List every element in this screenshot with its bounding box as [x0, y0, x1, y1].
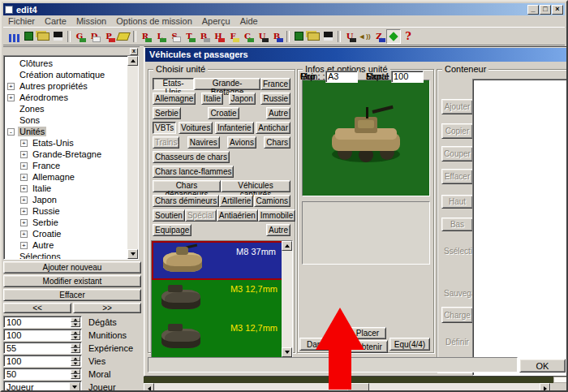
unit-list-item[interactable]: M8 37mm [152, 241, 292, 280]
field-input[interactable] [391, 71, 424, 83]
tree-item[interactable]: Création automatique [6, 69, 126, 80]
modify-existing-button[interactable]: Modifier existant [3, 275, 141, 287]
tree-item[interactable]: + Croatie [6, 228, 126, 239]
unit-filter-button[interactable]: France [260, 78, 290, 90]
tree-expander-icon[interactable]: + [7, 83, 15, 90]
minimize-button[interactable]: _ [527, 5, 539, 15]
tree-expander-icon[interactable]: + [20, 174, 28, 181]
container-button[interactable]: Effacer [441, 169, 473, 184]
unit-list-item[interactable]: M3 12,7mm [152, 319, 292, 358]
unit-filter-button[interactable]: Equipage [153, 224, 191, 236]
container-button[interactable]: Charge [441, 307, 473, 323]
tree-expander-icon[interactable]: + [7, 94, 15, 101]
close-button[interactable]: × [552, 5, 563, 15]
menu-item[interactable]: Mission [71, 15, 111, 27]
unit-filter-button[interactable]: Véhicules capturés [221, 180, 290, 192]
scroll-up-icon[interactable] [282, 241, 292, 251]
unit-list-scrollbar[interactable] [282, 241, 292, 357]
menu-item[interactable]: Aide [235, 15, 263, 27]
spinner-arrows[interactable] [71, 369, 80, 378]
panel-close-icon[interactable]: x [130, 48, 138, 55]
spinner-input[interactable]: 100 [3, 355, 82, 367]
tree-expander-icon[interactable]: + [20, 162, 28, 170]
unit-filter-button[interactable]: Chars dépanneurs [153, 180, 221, 192]
horizontal-scrollbar[interactable] [144, 383, 568, 392]
generate-icon[interactable]: G [72, 29, 87, 44]
spinner-input[interactable]: 55 [3, 342, 82, 354]
tree-item[interactable]: + Grande-Bretagne [6, 149, 126, 160]
sound-icon[interactable]: ◄ [357, 29, 372, 44]
tree-expander-icon[interactable]: + [20, 185, 28, 192]
new-mission-icon[interactable] [291, 29, 306, 44]
open-mission-icon[interactable] [306, 29, 321, 44]
points-icon[interactable]: P [101, 29, 116, 44]
next-button[interactable]: >> [73, 303, 141, 313]
unit-filter-button[interactable]: Navires [187, 136, 220, 149]
trees-icon[interactable]: T [182, 29, 196, 44]
units-icon[interactable]: U [255, 29, 269, 44]
unit-filter-button[interactable]: Croatie [208, 107, 239, 119]
tree-item[interactable]: + Autre [6, 239, 126, 251]
unit-filter-button[interactable]: Russie [260, 93, 290, 105]
signs-icon[interactable]: S [167, 29, 182, 44]
field-input[interactable] [325, 71, 358, 83]
roads-icon[interactable]: R [138, 29, 153, 44]
landscape-icon[interactable]: L [153, 29, 167, 44]
dots-icon[interactable]: D [87, 29, 101, 44]
menu-item[interactable]: Carte [40, 15, 71, 27]
construction-icon[interactable]: C [240, 29, 255, 44]
unit-filter-button[interactable]: Voitures [179, 122, 213, 134]
stats-icon[interactable] [6, 29, 21, 44]
container-button[interactable]: Bas [441, 218, 473, 231]
houses-icon[interactable]: H [211, 29, 226, 44]
maximize-button[interactable]: □ [540, 5, 551, 15]
unit-filter-button[interactable]: Japon [229, 93, 256, 105]
container-button[interactable]: Sauvegarde [441, 287, 473, 299]
pencil-icon[interactable]: B [196, 29, 211, 44]
spinner-arrows[interactable] [71, 330, 80, 339]
unit-filter-button[interactable]: Artillerie [219, 195, 253, 207]
menu-item[interactable]: Aperçu [197, 15, 235, 27]
tree-item[interactable]: + France [6, 160, 126, 171]
vehicles-icon[interactable]: U [342, 29, 357, 44]
unit-filter-button[interactable]: Soutien [153, 209, 185, 222]
container-button[interactable]: Ajouter [441, 99, 473, 114]
player-combobox[interactable]: Joueur [3, 381, 82, 392]
chevron-down-icon[interactable] [69, 382, 80, 392]
unit-filter-button[interactable]: Allemagne [153, 93, 196, 105]
unit-filter-button[interactable]: Autre [266, 224, 290, 236]
zones-icon[interactable]: Z [372, 29, 386, 44]
tree-item[interactable]: - Unités [6, 126, 126, 137]
tree-expander-icon[interactable]: + [20, 242, 28, 249]
unit-filter-button[interactable]: Serbie [153, 107, 181, 119]
spinner-input[interactable]: 100 [3, 329, 82, 341]
diamond-icon[interactable] [386, 29, 401, 44]
spinner-arrows[interactable] [71, 343, 80, 352]
tree-item[interactable]: Sons [6, 114, 126, 126]
help-icon[interactable]: ? [401, 29, 415, 44]
unit-filter-button[interactable]: Camions [254, 195, 290, 207]
unit-filter-button[interactable]: Etats-Unis [153, 78, 194, 90]
tree-item[interactable]: + Italie [6, 183, 126, 194]
spinner-arrows[interactable] [71, 317, 80, 326]
eraser-icon[interactable] [116, 29, 131, 44]
unit-filter-button[interactable]: Chasseurs de chars [153, 151, 230, 163]
open-map-icon[interactable] [36, 29, 50, 44]
tree-item[interactable]: + Aérodromes [6, 92, 126, 103]
unit-filter-button[interactable]: Antiaérien [217, 209, 258, 222]
scroll-down-icon[interactable] [127, 249, 138, 259]
scroll-left-icon[interactable] [144, 383, 154, 392]
unit-filter-button[interactable]: Chars [264, 136, 290, 149]
tree-item[interactable]: Sélections [6, 251, 126, 260]
tree-item[interactable]: + Allemagne [6, 171, 126, 183]
equ-button[interactable]: Equ(4/4) [389, 338, 430, 351]
menu-item[interactable]: Options de mission [111, 15, 197, 27]
delete-button[interactable]: Effacer [3, 289, 141, 301]
tree-expander-icon[interactable]: + [20, 219, 28, 226]
container-button[interactable]: Définir [441, 336, 473, 347]
unit-filter-button[interactable]: Spécial [185, 209, 217, 222]
tree-item[interactable]: Clôtures [6, 58, 126, 69]
tree-item[interactable]: + Japon [6, 194, 126, 205]
spinner-input[interactable]: 100 [3, 316, 82, 328]
tree-expander-icon[interactable]: + [20, 151, 28, 158]
